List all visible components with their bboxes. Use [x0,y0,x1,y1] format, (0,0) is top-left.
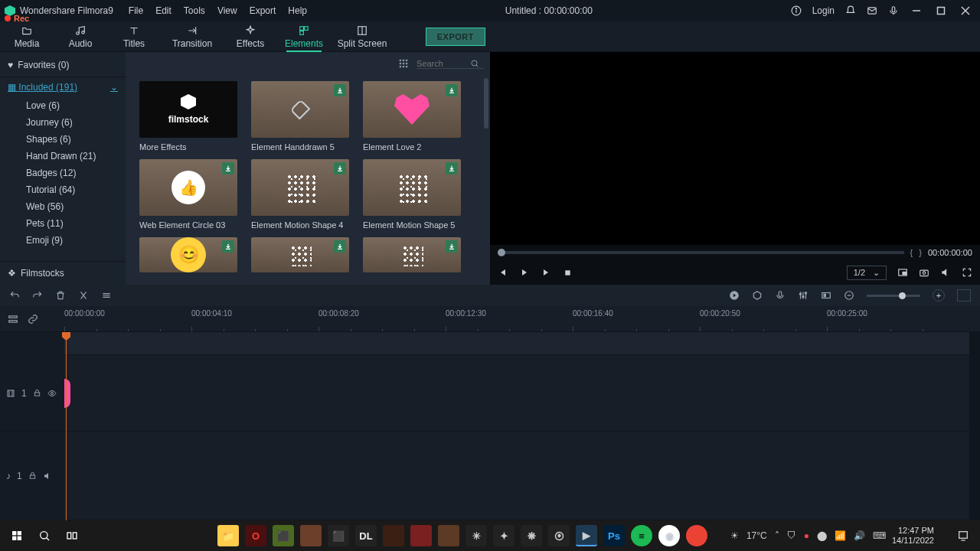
video-track-header[interactable]: 1 [0,355,64,432]
split-button[interactable] [78,290,89,301]
taskbar-app-filmora[interactable]: ▶ [576,525,597,546]
start-button[interactable] [6,525,28,546]
taskbar-app-8[interactable]: ✦ [493,525,514,546]
pip-icon[interactable] [897,267,908,278]
message-icon[interactable] [867,5,877,16]
card-handdrawn-5[interactable]: Element Handdrawn 5 [251,81,349,152]
download-icon[interactable] [446,240,458,253]
card-partial-3[interactable] [363,237,461,272]
menu-file[interactable]: File [129,5,143,16]
tab-audio[interactable]: Audio [54,25,107,51]
keyframe-button[interactable] [821,290,831,301]
grid-view-icon[interactable] [398,58,409,69]
snapshot-icon[interactable] [919,267,929,278]
sidebar-sub-badges[interactable]: Badges (12) [0,165,126,181]
notification-icon[interactable] [845,5,856,16]
timeline-tracks[interactable] [64,332,980,520]
zoom-out-button[interactable] [844,290,854,301]
gallery-scrollbar[interactable] [484,78,488,129]
download-icon[interactable] [334,240,346,253]
marker-button[interactable] [752,290,763,301]
sidebar-favorites[interactable]: ♥ Favorites (0) [0,55,126,77]
sidebar-sub-tutorial[interactable]: Tutorial (64) [0,181,126,198]
taskbar-app-7[interactable]: ✳ [466,525,487,546]
redo-button[interactable] [32,290,43,301]
sidebar-included[interactable]: ▦ Included (191) ⌄ [0,77,126,97]
system-tray[interactable]: ☀ 17°C ˄ ⛉ ● ⬤ 📶 🔊 ⌨ [730,530,886,541]
audio-track-header[interactable]: ♪ 1 [0,432,64,520]
speaker-icon[interactable] [43,471,52,481]
tray-wifi-icon[interactable]: 📶 [835,530,846,541]
playhead-line[interactable] [66,332,67,520]
taskbar-app-6[interactable] [438,525,459,546]
record-vo-button[interactable] [775,290,786,301]
taskbar-app-spotify[interactable]: ≡ [631,525,652,546]
taskbar-clock[interactable]: 12:47 PM 14/11/2022 [892,526,934,546]
tab-media[interactable]: Media [0,25,54,51]
taskbar-app-opera[interactable]: O [245,525,266,546]
taskbar-app-1[interactable] [300,525,322,546]
card-motion-5[interactable]: Element Motion Shape 5 [363,159,461,230]
tray-icon[interactable]: ⬤ [817,530,827,541]
window-minimize[interactable] [910,6,923,15]
notification-center[interactable] [952,525,974,546]
sidebar-sub-love[interactable]: Love (6) [0,97,126,114]
sidebar-sub-pets[interactable]: Pets (11) [0,215,126,232]
prev-frame-button[interactable] [498,267,508,278]
sidebar-filmstocks[interactable]: ❖ Filmstocks [0,261,126,285]
voice-icon[interactable] [888,5,899,16]
download-icon[interactable] [222,162,234,174]
tray-chevron-icon[interactable]: ˄ [775,530,779,541]
task-view[interactable] [61,525,83,546]
card-web-circle-03[interactable]: 👍 Web Element Circle 03 [139,159,237,230]
taskbar-app-9[interactable]: ❋ [521,525,542,546]
zoom-slider[interactable] [867,295,920,297]
taskbar-app-nvidia[interactable]: ⬛ [273,525,294,546]
login-link[interactable]: Login [812,5,835,16]
stop-button[interactable] [562,267,573,278]
tray-volume-icon[interactable]: 🔊 [854,530,865,541]
tray-icon[interactable]: ⛉ [787,530,796,541]
next-frame-button[interactable] [541,267,551,278]
link-icon[interactable] [28,314,38,324]
export-button[interactable]: EXPORT [426,28,485,46]
search-field[interactable] [416,59,484,69]
tab-titles[interactable]: Titles [107,25,161,51]
tab-elements[interactable]: Elements [277,25,331,51]
play-button[interactable] [519,267,530,278]
timeline-ruler[interactable]: 00:00:00:0000:00:04:1000:00:08:2000:00:1… [64,306,980,331]
taskbar-app-explorer[interactable]: 📁 [217,525,239,546]
crop-button[interactable] [101,290,112,301]
taskbar-search[interactable] [34,525,55,546]
sidebar-sub-shapes[interactable]: Shapes (6) [0,131,126,148]
preview-quality-select[interactable]: 1/2 ⌄ [847,266,887,280]
taskbar-app-3[interactable]: DL [355,525,377,546]
lock-icon[interactable] [28,471,37,480]
taskbar-app-5[interactable] [410,525,432,546]
menu-view[interactable]: View [217,5,237,16]
card-love-2[interactable]: Element Love 2 [363,81,461,152]
tab-effects[interactable]: Effects [224,25,277,51]
eye-icon[interactable] [47,389,57,398]
fullscreen-icon[interactable] [962,267,972,278]
mark-in-icon[interactable]: { [910,248,913,257]
mixer-button[interactable] [798,290,808,301]
sidebar-sub-journey[interactable]: Journey (6) [0,114,126,131]
zoom-fit-button[interactable] [957,289,971,302]
sidebar-sub-emoji[interactable]: Emoji (9) [0,232,126,249]
window-close[interactable] [959,6,972,15]
taskbar-app-red[interactable] [686,525,707,546]
menu-help[interactable]: Help [288,5,307,16]
undo-button[interactable] [9,290,20,301]
card-motion-4[interactable]: Element Motion Shape 4 [251,159,349,230]
tray-lang-icon[interactable]: ⌨ [873,530,886,541]
info-icon[interactable] [791,5,802,16]
preview-canvas[interactable] [490,52,980,245]
window-maximize[interactable] [934,6,948,15]
card-emoji[interactable]: 😊 [139,237,237,272]
track-manager-icon[interactable] [8,314,18,324]
search-input[interactable] [416,59,470,68]
volume-icon[interactable] [940,267,951,278]
taskbar-app-chrome[interactable]: ◉ [658,525,680,546]
card-partial-2[interactable] [251,237,349,272]
